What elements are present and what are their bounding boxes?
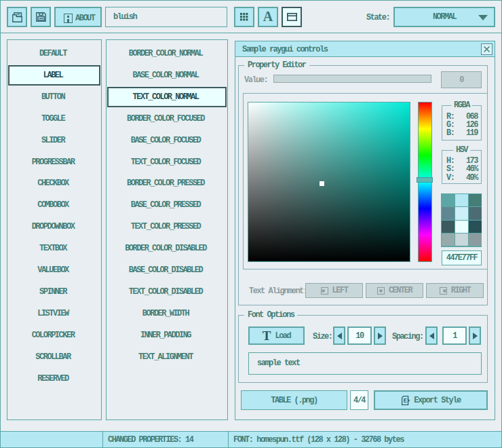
svg-text:E: E (404, 398, 407, 405)
